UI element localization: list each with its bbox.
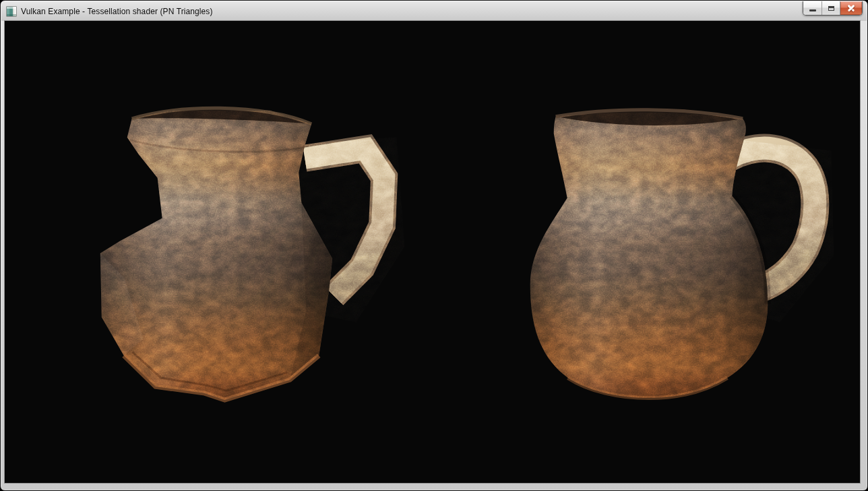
jug-tessellated [516,98,842,415]
maximize-button[interactable] [822,1,840,15]
vulkan-scene [5,21,860,483]
window-controls [803,1,863,16]
minimize-icon [809,9,816,11]
render-viewport[interactable] [5,21,860,483]
app-icon[interactable] [6,6,17,17]
maximize-icon [828,6,834,11]
close-icon [847,4,856,13]
minimize-button[interactable] [803,1,822,15]
close-button[interactable] [840,1,862,15]
window-title: Vulkan Example - Tessellation shader (PN… [21,7,213,16]
jug-low-poly [86,98,408,415]
app-window: Vulkan Example - Tessellation shader (PN… [0,0,868,491]
titlebar[interactable]: Vulkan Example - Tessellation shader (PN… [1,1,867,21]
